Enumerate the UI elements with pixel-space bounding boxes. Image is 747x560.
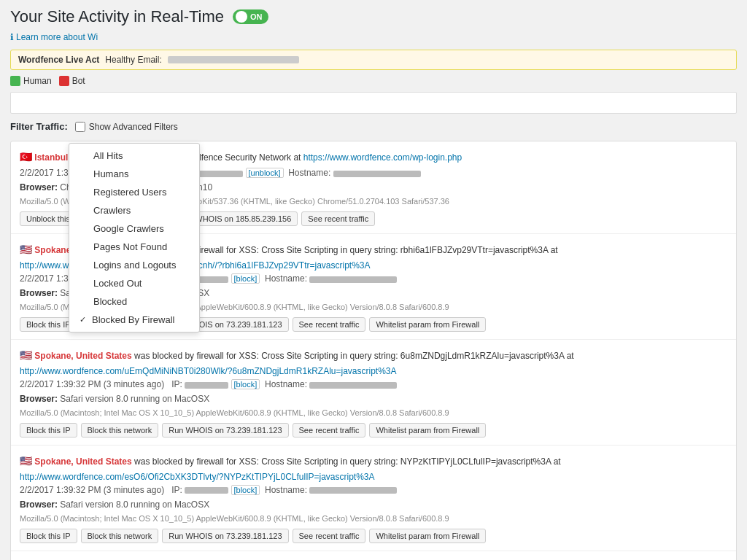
live-activity-bar: Wordfence Live Act Healthy Email:	[10, 50, 737, 70]
realtime-toggle[interactable]: ON	[233, 9, 268, 24]
dropdown-item-registered-users[interactable]: Registered Users	[69, 183, 199, 201]
human-label: Human	[23, 76, 52, 86]
whitelist-param-btn[interactable]: Whitelist param from Firewall	[369, 317, 486, 332]
ip-label: IP:	[171, 485, 182, 495]
hostname-redacted	[309, 487, 397, 494]
browser-info: Browser: Safari version 8.0 running on M…	[20, 392, 727, 405]
hostname-label: Hostname:	[288, 168, 330, 178]
dropdown-item-blocked[interactable]: Blocked	[69, 292, 199, 311]
ip-redacted	[185, 382, 228, 389]
traffic-entry: 🇺🇸 Spokane, United States was blocked by…	[11, 340, 736, 446]
dropdown-item-google-crawlers[interactable]: Google Crawlers	[69, 219, 199, 238]
show-advanced-checkbox[interactable]	[75, 122, 85, 132]
ip-label: IP:	[171, 379, 182, 389]
filter-dropdown-menu[interactable]: All Hits Humans Registered Users Crawler…	[69, 143, 200, 332]
blocked-url-link[interactable]: https://www.wordfence.com/wp-login.php	[303, 152, 462, 163]
entry-buttons: Block this IP Block this network Run WHO…	[20, 423, 727, 438]
dropdown-item-pages-not-found[interactable]: Pages Not Found	[69, 238, 199, 256]
xss-url-link[interactable]: http://www.wordfence.com/esO6/Ofi2CbXK3D…	[20, 472, 375, 482]
show-advanced-label[interactable]: Show Advanced Filters	[75, 122, 178, 132]
block-ip-btn[interactable]: Block this IP	[20, 529, 77, 543]
legend-human: Human	[10, 76, 52, 86]
flag-icon: 🇹🇷	[20, 151, 32, 163]
learn-more-link[interactable]: ℹ Learn more about Wi	[10, 32, 737, 42]
info-icon: ℹ	[10, 32, 14, 42]
toggle-knob	[236, 11, 247, 23]
hostname-redacted	[309, 382, 397, 389]
legend-bar: Human Bot	[10, 76, 737, 86]
entry-header: 🇺🇸 Spokane, United States was blocked by…	[20, 453, 727, 469]
see-recent-traffic-btn[interactable]: See recent traffic	[293, 423, 366, 438]
xss-url-link[interactable]: http://www.wordfence.com/uEmQdMiNiNBT0i2…	[20, 366, 397, 376]
entry-buttons: Block this IP Block this network Run WHO…	[20, 529, 727, 543]
human-dot	[10, 76, 20, 86]
run-whois-btn[interactable]: Run WHOIS on 73.239.181.123	[162, 423, 288, 438]
entry-meta: 2/2/2017 1:39:32 PM (3 minutes ago) IP: …	[20, 483, 727, 497]
traffic-entry: 🇺🇸 Spokane, United States was blocked by…	[11, 551, 736, 560]
page-title: Your Site Activity in Real-Time	[10, 7, 224, 26]
dropdown-item-humans[interactable]: Humans	[69, 165, 199, 183]
hostname-label: Hostname:	[265, 485, 307, 495]
flag-icon: 🇺🇸	[20, 244, 32, 255]
dropdown-item-crawlers[interactable]: Crawlers	[69, 201, 199, 219]
show-advanced-text: Show Advanced Filters	[89, 122, 178, 132]
whitelist-param-btn[interactable]: Whitelist param from Firewall	[369, 423, 486, 438]
block-ip-btn[interactable]: Block this IP	[20, 423, 77, 438]
traffic-entry: 🇺🇸 Spokane, United States was blocked by…	[11, 446, 736, 551]
block-link[interactable]: [block]	[231, 485, 260, 495]
toggle-label: ON	[250, 12, 263, 21]
entry-timestamp: 2/2/2017 1:39:32 PM (3 minutes ago)	[20, 379, 164, 389]
run-whois-btn[interactable]: Run WHOIS on 73.239.181.123	[162, 529, 288, 543]
live-activity-label: Wordfence Live Act	[18, 55, 99, 65]
browser-info: Browser: Safari version 8.0 running on M…	[20, 498, 727, 511]
legend-bot: Bot	[59, 76, 85, 86]
browser-text: Safari version 8.0 running on MacOSX	[60, 394, 209, 404]
learn-more-text: Learn more about Wi	[16, 32, 98, 42]
blocked-description: was blocked by firewall for XSS: Cross S…	[134, 351, 574, 361]
block-link[interactable]: [block]	[231, 379, 260, 389]
dropdown-item-logins-logouts[interactable]: Logins and Logouts	[69, 256, 199, 274]
bot-label: Bot	[72, 76, 85, 86]
dropdown-item-locked-out[interactable]: Locked Out	[69, 274, 199, 292]
hostname-label: Hostname:	[265, 273, 307, 284]
hostname-label: Hostname:	[265, 379, 307, 389]
block-network-btn[interactable]: Block this network	[81, 423, 159, 438]
entry-meta: 2/2/2017 1:39:32 PM (3 minutes ago) IP: …	[20, 378, 727, 391]
flag-icon: 🇺🇸	[20, 455, 32, 467]
whitelist-param-btn[interactable]: Whitelist param from Firewall	[369, 529, 486, 543]
useragent: Mozilla/5.0 (Macintosh; Intel Mac OS X 1…	[20, 407, 727, 419]
block-network-btn[interactable]: Block this network	[81, 529, 159, 543]
useragent: Mozilla/5.0 (Macintosh; Intel Mac OS X 1…	[20, 513, 727, 525]
see-recent-traffic-btn[interactable]: See recent traffic	[293, 317, 366, 332]
dropdown-item-all-hits[interactable]: All Hits	[69, 147, 199, 165]
hostname-redacted	[333, 171, 421, 177]
email-redacted	[168, 56, 299, 63]
dropdown-item-blocked-by-firewall[interactable]: Blocked By Firewall	[69, 311, 199, 329]
location-link[interactable]: Spokane, United States	[34, 456, 131, 467]
entry-header: 🇺🇸 Spokane, United States was blocked by…	[20, 347, 727, 363]
see-recent-traffic-btn[interactable]: See recent traffic	[301, 211, 375, 226]
filter-row: Filter Traffic: All Hits Humans Register…	[10, 121, 737, 132]
location-link[interactable]: Spokane, United States	[34, 351, 131, 361]
browser-text: Safari version 8.0 running on MacOSX	[60, 499, 209, 510]
healthy-email-label: Healthy Email:	[105, 55, 161, 65]
filter-label: Filter Traffic:	[10, 121, 68, 132]
page-wrapper: Your Site Activity in Real-Time ON ℹ Lea…	[0, 0, 747, 560]
flag-icon: 🇺🇸	[20, 349, 32, 361]
entry-timestamp: 2/2/2017 1:39:32 PM (3 minutes ago)	[20, 485, 164, 495]
activity-chart	[10, 92, 737, 114]
page-title-row: Your Site Activity in Real-Time ON	[10, 7, 737, 26]
see-recent-traffic-btn[interactable]: See recent traffic	[293, 529, 366, 543]
block-link[interactable]: [block]	[231, 273, 260, 284]
hostname-redacted	[309, 276, 397, 283]
bot-dot	[59, 76, 69, 86]
unblock-link[interactable]: [unblock]	[246, 168, 284, 178]
blocked-description: was blocked by firewall for XSS: Cross S…	[134, 456, 561, 467]
ip-redacted	[185, 487, 228, 494]
